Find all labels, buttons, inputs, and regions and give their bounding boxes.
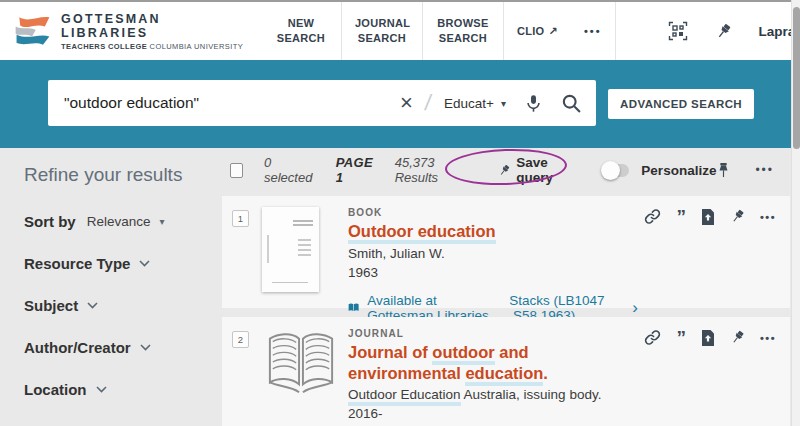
chevron-down-icon xyxy=(139,260,150,267)
facet-author-creator[interactable]: Author/Creator xyxy=(24,339,212,356)
record-more-icon[interactable]: ••• xyxy=(760,211,776,223)
pin-record-icon[interactable] xyxy=(730,209,745,224)
top-navigation-bar: GOTTESMAN LIBRARIES TEACHERS COLLEGE COL… xyxy=(0,0,800,60)
search-submit-icon[interactable] xyxy=(552,93,596,114)
brand-subtitle: TEACHERS COLLEGE COLUMBIA UNIVERSITY xyxy=(61,42,245,51)
result-index-badge: 1 xyxy=(232,210,249,227)
nav-more-menu[interactable]: ••• xyxy=(571,2,615,60)
refine-sidebar: Refine your results Sort by Relevance ▾ … xyxy=(0,148,222,426)
search-box: × / Educat+ ▾ xyxy=(48,80,596,126)
chevron-down-icon xyxy=(96,386,107,393)
facet-resource-type[interactable]: Resource Type xyxy=(24,255,212,272)
permalink-icon[interactable] xyxy=(644,208,661,225)
results-header: 0 selected PAGE 1 45,373 Results Save qu… xyxy=(222,148,790,192)
result-author: Smith, Julian W. xyxy=(348,246,638,261)
selected-count: 0 selected xyxy=(264,155,314,185)
chevron-down-icon: ▾ xyxy=(501,98,506,109)
nav-clio[interactable]: CLIO ↗ xyxy=(503,2,571,60)
search-scope-dropdown[interactable]: Educat+ ▾ xyxy=(435,96,515,111)
facet-subject[interactable]: Subject xyxy=(24,297,212,314)
permalink-icon[interactable] xyxy=(644,329,661,346)
nav-browse-search[interactable]: BROWSE SEARCH xyxy=(422,2,503,60)
brand-name: GOTTESMAN LIBRARIES xyxy=(61,12,245,40)
result-title-link[interactable]: Journal of outdoor and environmental edu… xyxy=(348,342,638,383)
open-book-icon xyxy=(348,301,359,314)
chevron-down-icon: ▾ xyxy=(159,216,164,227)
result-date: 1963 xyxy=(348,265,638,280)
refine-title: Refine your results xyxy=(24,164,212,186)
citation-icon[interactable]: ” xyxy=(676,332,686,344)
account-area: Laprade, Lorraine xyxy=(615,2,800,60)
page-scrollbar xyxy=(791,0,800,426)
resource-type-label: JOURNAL xyxy=(348,328,638,339)
library-logo-link[interactable]: GOTTESMAN LIBRARIES TEACHERS COLLEGE COL… xyxy=(0,2,255,60)
book-cover-thumbnail xyxy=(262,207,319,292)
nav-new-search[interactable]: NEW SEARCH xyxy=(261,2,341,60)
select-all-checkbox[interactable] xyxy=(230,163,243,178)
nav-journal-search[interactable]: JOURNAL SEARCH xyxy=(341,2,422,60)
gottesman-logo-icon xyxy=(12,14,52,48)
result-card-2: 2 JOURNAL Journal of outdoor and environ… xyxy=(222,317,790,426)
chevron-down-icon xyxy=(140,344,151,351)
pin-favorites-icon[interactable] xyxy=(715,23,732,40)
page-indicator: PAGE 1 xyxy=(336,155,377,185)
result-index-badge: 2 xyxy=(232,331,249,348)
clear-search-icon[interactable]: × xyxy=(392,92,421,114)
ellipsis-icon: ••• xyxy=(584,24,602,39)
search-divider: / xyxy=(419,90,437,116)
result-title-link[interactable]: Outdoor education xyxy=(348,221,638,242)
results-more-menu[interactable]: ••• xyxy=(755,163,774,177)
search-band: × / Educat+ ▾ ADVANCED SEARCH xyxy=(0,60,800,148)
results-count: 45,373 Results xyxy=(395,155,468,185)
journal-thumbnail-icon xyxy=(262,328,340,398)
personalize-label[interactable]: Personalize xyxy=(641,163,716,178)
chevron-down-icon xyxy=(87,302,98,309)
pin-record-icon[interactable] xyxy=(730,330,745,345)
facet-location[interactable]: Location xyxy=(24,381,212,398)
voice-search-icon[interactable] xyxy=(515,94,552,113)
record-actions: ” ••• xyxy=(644,329,776,346)
pin-results-icon[interactable] xyxy=(716,162,731,178)
save-query-button[interactable]: Save query xyxy=(498,155,576,185)
export-icon[interactable] xyxy=(701,209,715,225)
sort-value: Relevance xyxy=(87,214,151,229)
advanced-search-button[interactable]: ADVANCED SEARCH xyxy=(608,89,754,119)
result-author: Outdoor Education Australia, issuing bod… xyxy=(348,387,638,402)
results-area: 0 selected PAGE 1 45,373 Results Save qu… xyxy=(222,148,790,426)
record-actions: ” ••• xyxy=(644,208,776,225)
resource-type-label: BOOK xyxy=(348,207,638,218)
search-input[interactable] xyxy=(48,94,392,112)
scrollbar-thumb[interactable] xyxy=(793,7,800,149)
citation-icon[interactable]: ” xyxy=(676,211,686,223)
chevron-right-icon: › xyxy=(632,299,638,316)
external-link-icon: ↗ xyxy=(548,24,558,39)
export-icon[interactable] xyxy=(701,330,715,346)
library-search-page: GOTTESMAN LIBRARIES TEACHERS COLLEGE COL… xyxy=(0,0,800,426)
main-nav: NEW SEARCH JOURNAL SEARCH BROWSE SEARCH … xyxy=(261,2,615,60)
result-card-1: 1 BOOK Outdoor education Smith, Julian W… xyxy=(222,196,790,308)
qr-code-icon[interactable] xyxy=(668,21,688,41)
personalize-toggle[interactable] xyxy=(604,164,629,177)
result-date: 2016- xyxy=(348,406,638,421)
pin-icon xyxy=(498,163,510,178)
record-more-icon[interactable]: ••• xyxy=(760,332,776,344)
sort-by-dropdown[interactable]: Sort by Relevance ▾ xyxy=(24,213,212,230)
